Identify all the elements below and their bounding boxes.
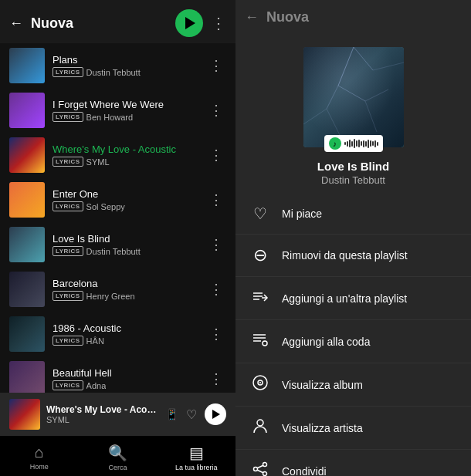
add-playlist-icon <box>251 288 269 309</box>
album-icon <box>251 374 269 395</box>
track-more-button[interactable]: ⋮ <box>206 324 226 344</box>
play-icon <box>212 410 220 419</box>
lyrics-badge: LYRICS <box>53 201 83 211</box>
now-playing-title: Where's My Love - Acoustic <box>46 404 159 415</box>
menu-item-view-artist[interactable]: Visualizza artista <box>235 407 471 450</box>
track-list: Plans LYRICS Dustin Tebbutt ⋮ I Forget W… <box>0 43 235 393</box>
track-more-button[interactable]: ⋮ <box>206 100 226 120</box>
right-back-icon[interactable]: ← <box>245 9 259 25</box>
track-artist: HÂN <box>86 336 104 346</box>
track-meta: LYRICS Adna <box>53 380 198 390</box>
like-label: Mi piace <box>282 208 322 220</box>
svg-point-22 <box>263 463 267 467</box>
track-meta: LYRICS Henry Green <box>53 291 198 301</box>
svg-line-25 <box>257 465 263 468</box>
queue-icon <box>251 331 269 352</box>
track-info: Love Is Blind LYRICS Dustin Tebbutt <box>53 233 198 256</box>
like-button[interactable]: ♡ <box>186 407 197 422</box>
track-item[interactable]: Plans LYRICS Dustin Tebbutt ⋮ <box>0 43 235 88</box>
device-icon[interactable]: 📱 <box>165 408 178 420</box>
back-icon[interactable]: ← <box>9 15 23 32</box>
spotify-logo: ♪ <box>329 137 341 150</box>
waveform <box>344 139 378 148</box>
track-item[interactable]: Barcelona LYRICS Henry Green ⋮ <box>0 267 235 312</box>
track-more-button[interactable]: ⋮ <box>206 235 226 255</box>
play-pause-button[interactable] <box>205 403 226 425</box>
track-more-button[interactable]: ⋮ <box>206 56 226 76</box>
lyrics-badge: LYRICS <box>53 336 83 346</box>
bottom-nav: ⌂ Home 🔍 Cerca ▤ La tua libreria <box>0 436 235 476</box>
context-menu: ♡ Mi piace ⊖ Rimuovi da questa playlist … <box>235 194 471 476</box>
artist-icon <box>251 417 269 438</box>
now-playing-thumbnail <box>9 399 40 430</box>
track-artist: Adna <box>86 381 107 390</box>
lyrics-badge: LYRICS <box>53 246 83 256</box>
track-name: Enter One <box>53 188 198 200</box>
nav-item-home[interactable]: ⌂ Home <box>0 441 79 474</box>
home-icon: ⌂ <box>35 444 44 461</box>
search-icon: 🔍 <box>108 444 127 462</box>
track-artist: Dustin Tebbutt <box>86 68 141 77</box>
track-item[interactable]: Beautiful Hell LYRICS Adna ⋮ <box>0 356 235 393</box>
left-panel: ← Nuova ⋮ Plans LYRICS Dustin Tebbutt ⋮ … <box>0 0 235 476</box>
right-panel: ← Nuova <box>235 0 471 476</box>
track-artist: Henry Green <box>86 292 135 301</box>
heart-outline-icon: ♡ <box>251 204 269 223</box>
playlist-title: Nuova <box>31 15 168 32</box>
nav-item-library[interactable]: ▤ La tua libreria <box>157 441 235 474</box>
play-button[interactable] <box>175 9 203 37</box>
nav-item-search[interactable]: 🔍 Cerca <box>79 441 158 474</box>
track-artist: Sol Seppy <box>86 202 125 211</box>
track-thumbnail <box>9 93 45 128</box>
library-icon: ▤ <box>189 444 204 462</box>
track-meta: LYRICS Dustin Tebbutt <box>53 67 198 77</box>
spotify-badge: ♪ <box>324 135 383 152</box>
track-item[interactable]: Where's My Love - Acoustic LYRICS SYML ⋮ <box>0 133 235 177</box>
track-more-button[interactable]: ⋮ <box>206 279 226 299</box>
menu-item-add-playlist[interactable]: Aggiungi a un'altra playlist <box>235 277 471 320</box>
add-queue-label: Aggiungi alla coda <box>282 336 370 348</box>
track-thumbnail <box>9 137 45 173</box>
menu-item-add-queue[interactable]: Aggiungi alla coda <box>235 320 471 363</box>
track-name: I Forget Where We Were <box>53 99 198 110</box>
menu-item-remove[interactable]: ⊖ Rimuovi da questa playlist <box>235 235 471 277</box>
svg-line-2 <box>338 86 365 101</box>
track-name: Beautiful Hell <box>53 367 198 379</box>
track-thumbnail <box>9 227 45 262</box>
menu-item-view-album[interactable]: Visualizza album <box>235 363 471 407</box>
svg-point-23 <box>254 468 258 471</box>
track-thumbnail <box>9 361 45 393</box>
track-artist: Dustin Tebbutt <box>86 247 141 256</box>
view-album-label: Visualizza album <box>282 379 363 391</box>
remove-label: Rimuovi da questa playlist <box>282 249 408 262</box>
share-icon <box>251 461 269 476</box>
left-header: ← Nuova ⋮ <box>0 0 235 43</box>
now-playing-bar: Where's My Love - Acoustic SYML 📱 ♡ <box>0 393 235 436</box>
album-art-inner <box>303 47 404 147</box>
track-info: Enter One LYRICS Sol Seppy <box>53 188 198 211</box>
svg-line-0 <box>338 47 354 86</box>
svg-point-24 <box>263 472 267 476</box>
track-item[interactable]: Love Is Blind LYRICS Dustin Tebbutt ⋮ <box>0 222 235 267</box>
menu-item-like[interactable]: ♡ Mi piace <box>235 194 471 235</box>
track-more-button[interactable]: ⋮ <box>206 145 226 165</box>
track-artist: SYML <box>86 157 110 167</box>
svg-line-1 <box>327 86 338 109</box>
track-meta: LYRICS SYML <box>53 157 198 167</box>
svg-line-5 <box>354 47 373 70</box>
track-thumbnail <box>9 48 45 83</box>
track-info: Plans LYRICS Dustin Tebbutt <box>53 54 198 77</box>
svg-line-3 <box>365 89 388 101</box>
svg-point-20 <box>259 382 261 383</box>
menu-item-share[interactable]: Condividi <box>235 450 471 476</box>
track-info: Barcelona LYRICS Henry Green <box>53 278 198 301</box>
track-more-button[interactable]: ⋮ <box>206 190 226 210</box>
svg-line-6 <box>373 62 404 70</box>
track-item[interactable]: 1986 - Acoustic LYRICS HÂN ⋮ <box>0 312 235 356</box>
track-more-button[interactable]: ⋮ <box>206 369 226 389</box>
view-artist-label: Visualizza artista <box>282 422 363 434</box>
track-item[interactable]: Enter One LYRICS Sol Seppy ⋮ <box>0 177 235 222</box>
track-item[interactable]: I Forget Where We Were LYRICS Ben Howard… <box>0 88 235 133</box>
nav-library-label: La tua libreria <box>175 464 218 471</box>
more-options-button[interactable]: ⋮ <box>211 14 226 32</box>
